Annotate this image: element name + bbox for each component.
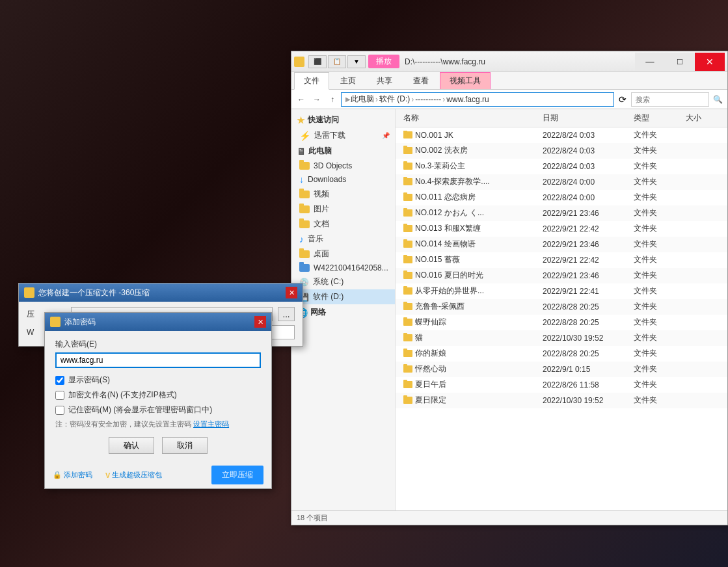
table-row[interactable]: 怦然心动 2022/9/1 0:15 文件夹 (396, 362, 727, 377)
sidebar-downloads[interactable]: ↓ Downloads (291, 172, 395, 187)
password-close-button[interactable]: ✕ (254, 316, 266, 328)
up-button[interactable]: ↑ (325, 92, 340, 107)
set-master-password-link[interactable]: 设置主密码 (193, 420, 229, 428)
file-name-text: 猫 (415, 332, 423, 343)
super-compress-link[interactable]: V 生成超级压缩包 (105, 470, 162, 480)
folder-icon-small (403, 256, 412, 263)
table-row[interactable]: NO.011 恋恋病房 2022/8/24 0:00 文件夹 (396, 190, 727, 205)
path-pc[interactable]: 此电脑 (351, 94, 374, 105)
network-header[interactable]: 🌐 网络 (291, 304, 395, 321)
password-dialog-buttons: 确认 取消 (55, 437, 261, 454)
forward-button[interactable]: → (310, 92, 324, 107)
quick-access-btn[interactable]: ⬛ (308, 55, 327, 68)
properties-btn[interactable]: 📋 (328, 55, 346, 68)
sidebar-item-label-3d: 3D Objects (314, 161, 352, 170)
cancel-button[interactable]: 取消 (162, 437, 208, 454)
table-row[interactable]: 你的新娘 2022/8/28 20:25 文件夹 (396, 346, 727, 362)
tab-share[interactable]: 共享 (367, 72, 402, 89)
file-name-text: NO.013 和服X繁缠 (415, 223, 481, 234)
table-row[interactable]: NO.013 和服X繁缠 2022/9/21 22:42 文件夹 (396, 221, 727, 237)
sidebar-3d-objects[interactable]: 3D Objects (291, 159, 395, 172)
star-icon: ★ (297, 115, 305, 125)
quick-access-header[interactable]: ★ 快速访问 (291, 112, 395, 128)
file-type-cell: 文件夹 (631, 395, 683, 406)
file-list-header: 名称 日期 类型 大小 (396, 109, 727, 127)
table-row[interactable]: NO.012 かおん く... 2022/9/21 23:46 文件夹 (396, 205, 727, 221)
sidebar-drive-d[interactable]: 💾 软件 (D:) (291, 289, 395, 304)
table-row[interactable]: 猫 2022/10/30 19:52 文件夹 (396, 330, 727, 346)
main-area: ★ 快速访问 ⚡ 迅雷下载 📌 🖥 此电脑 3D Objects ↓ Downl… (291, 109, 727, 510)
col-date[interactable]: 日期 (540, 111, 631, 125)
minimize-button[interactable]: — (635, 53, 665, 71)
pc-icon: 🖥 (297, 146, 306, 157)
table-row[interactable]: NO.002 洗衣房 2022/8/24 0:03 文件夹 (396, 143, 727, 159)
file-type-cell: 文件夹 (631, 129, 683, 140)
table-row[interactable]: NO.001 JK 2022/8/24 0:03 文件夹 (396, 127, 727, 143)
folder-icon-desktop (299, 250, 310, 258)
path-folder[interactable]: ---------- (415, 95, 441, 104)
table-row[interactable]: 充鲁鲁-采佩西 2022/8/28 20:25 文件夹 (396, 299, 727, 315)
file-name-cell: NO.011 恋恋病房 (401, 192, 540, 203)
file-type-cell: 文件夹 (631, 254, 683, 265)
tab-view[interactable]: 查看 (403, 72, 438, 89)
search-button[interactable]: 🔍 (710, 92, 725, 107)
password-input[interactable] (55, 352, 261, 368)
file-name-text: NO.015 蓄薇 (415, 254, 460, 265)
maximize-button[interactable]: □ (665, 53, 695, 71)
search-input[interactable] (631, 92, 709, 107)
remember-pwd-label: 记住密码(M) (将会显示在管理密码窗口中) (68, 404, 212, 415)
table-row[interactable]: NO.015 蓄薇 2022/9/21 22:42 文件夹 (396, 252, 727, 268)
folder-icon-small (403, 147, 412, 154)
table-row[interactable]: 夏日限定 2022/10/30 19:52 文件夹 (396, 393, 727, 408)
file-date-cell: 2022/8/24 0:00 (540, 178, 631, 187)
add-password-link[interactable]: 🔒 添加密码 (53, 470, 92, 480)
file-type-cell: 文件夹 (631, 207, 683, 218)
compress-dialog-bottom: 🔒 添加密码 V 生成超级压缩包 立即压缩 (45, 462, 271, 488)
sidebar-thunder[interactable]: ⚡ 迅雷下载 📌 (291, 128, 395, 143)
encrypt-filename-checkbox[interactable] (55, 391, 64, 400)
sidebar-item-label-music: 音乐 (308, 233, 323, 244)
address-bar: ← → ↑ ▶ 此电脑 › 软件 (D:) › ---------- › www… (291, 90, 727, 109)
sidebar-documents[interactable]: 文档 (291, 217, 395, 231)
file-name-text: NO.001 JK (415, 131, 453, 140)
tab-video-tools[interactable]: 视频工具 (440, 72, 491, 89)
table-row[interactable]: 蝶野仙踪 2022/8/28 20:25 文件夹 (396, 315, 727, 330)
show-password-row: 显示密码(S) (55, 375, 261, 386)
remember-pwd-checkbox[interactable] (55, 406, 64, 415)
table-row[interactable]: 夏日午后 2022/8/26 11:58 文件夹 (396, 377, 727, 393)
col-type[interactable]: 类型 (631, 111, 683, 125)
close-button[interactable]: ✕ (695, 53, 725, 71)
sidebar-drive-c[interactable]: 💿 系统 (C:) (291, 274, 395, 289)
sidebar-desktop[interactable]: 桌面 (291, 246, 395, 261)
path-current[interactable]: www.facg.ru (446, 95, 489, 104)
tab-home[interactable]: 主页 (330, 72, 366, 89)
compress-close-button[interactable]: ✕ (286, 287, 297, 298)
table-row[interactable]: No.4-探索废弃教学.... 2022/8/24 0:00 文件夹 (396, 174, 727, 190)
col-size[interactable]: 大小 (683, 111, 722, 125)
col-name[interactable]: 名称 (401, 111, 540, 125)
file-date-cell: 2022/10/30 19:52 (540, 334, 631, 343)
folder-icon-small (403, 194, 412, 201)
super-compress-link-text[interactable]: 生成超级压缩包 (112, 470, 162, 480)
compress-now-button[interactable]: 立即压缩 (211, 466, 263, 484)
this-pc-header[interactable]: 🖥 此电脑 (291, 143, 395, 159)
table-row[interactable]: NO.014 绘画物语 2022/9/21 23:46 文件夹 (396, 237, 727, 252)
sidebar-w42[interactable]: W42210041642058... (291, 261, 395, 274)
sidebar-music[interactable]: ♪ 音乐 (291, 231, 395, 246)
tab-file[interactable]: 文件 (294, 72, 329, 90)
confirm-button[interactable]: 确认 (109, 437, 154, 454)
file-name-text: NO.014 绘画物语 (415, 239, 476, 250)
new-folder-btn[interactable]: ▼ (347, 55, 366, 68)
address-path[interactable]: ▶ 此电脑 › 软件 (D:) › ---------- › www.facg.… (341, 92, 614, 107)
path-drive[interactable]: 软件 (D:) (379, 94, 410, 105)
add-password-link-text[interactable]: 添加密码 (64, 470, 92, 480)
table-row[interactable]: NO.016 夏日的时光 2022/9/21 23:46 文件夹 (396, 268, 727, 284)
show-password-checkbox[interactable] (55, 376, 64, 385)
table-row[interactable]: No.3-茉莉公主 2022/8/24 0:03 文件夹 (396, 159, 727, 174)
compress-browse-btn[interactable]: ... (278, 307, 295, 321)
table-row[interactable]: 从零开始的异世界... 2022/9/21 22:41 文件夹 (396, 284, 727, 299)
back-button[interactable]: ← (294, 92, 308, 107)
sidebar-pictures[interactable]: 图片 (291, 202, 395, 217)
sidebar-video[interactable]: 视频 (291, 187, 395, 202)
refresh-button[interactable]: ⟳ (615, 92, 630, 107)
